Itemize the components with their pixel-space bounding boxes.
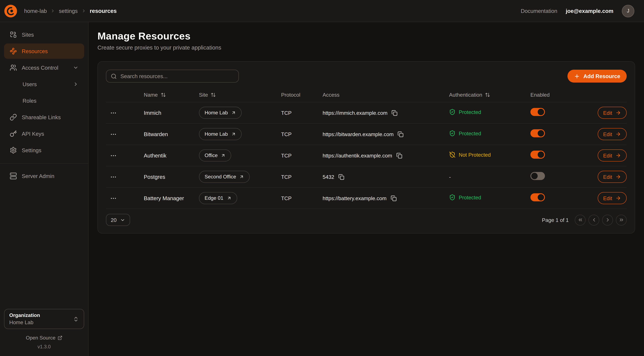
sidebar-item-resources[interactable]: Resources — [4, 44, 84, 59]
page-status: Page 1 of 1 — [542, 217, 569, 223]
site-link-button[interactable]: Office — [199, 150, 231, 162]
arrow-right-icon — [616, 131, 621, 137]
table-row: Authentik Office TCP https://authentik.e… — [106, 144, 627, 166]
sort-icon — [211, 92, 216, 97]
sidebar-item-users[interactable]: Users — [4, 76, 84, 92]
edit-button[interactable]: Edit — [598, 192, 627, 204]
copy-icon[interactable] — [396, 152, 402, 158]
user-email[interactable]: joe@example.com — [566, 8, 614, 14]
organization-selector[interactable]: Organization Home Lab — [4, 309, 84, 329]
access-cell: https://bitwarden.example.com — [322, 131, 449, 137]
copy-icon[interactable] — [338, 174, 344, 180]
row-menu-cell — [106, 107, 144, 118]
column-label: Authentication — [449, 92, 482, 98]
sidebar-item-label: Settings — [22, 147, 41, 153]
sidebar-item-label: Resources — [22, 48, 48, 54]
toggle-knob — [538, 194, 544, 200]
row-menu-cell — [106, 128, 144, 140]
sidebar-item-api-keys[interactable]: API Keys — [4, 126, 84, 141]
sidebar-item-server-admin[interactable]: Server Admin — [4, 168, 84, 184]
arrow-right-icon — [616, 174, 621, 180]
previous-page-button[interactable] — [588, 214, 599, 226]
copy-icon[interactable] — [390, 195, 396, 201]
edit-label: Edit — [603, 131, 612, 137]
ellipsis-icon — [110, 195, 117, 202]
header-site[interactable]: Site — [199, 92, 281, 98]
auth-cell: Protected — [449, 130, 530, 138]
breadcrumb-org[interactable]: home-lab — [24, 8, 47, 14]
edit-button[interactable]: Edit — [598, 128, 627, 140]
access-cell: https://immich.example.com — [322, 110, 449, 116]
site-badge-label: Home Lab — [204, 110, 228, 116]
chevrons-right-icon — [618, 217, 624, 223]
row-menu-button[interactable] — [108, 107, 119, 118]
page-subtitle: Create secure proxies to your private ap… — [98, 44, 635, 51]
open-source-link[interactable]: Open Source — [4, 335, 84, 341]
resource-name: Authentik — [144, 152, 199, 158]
sidebar-item-settings[interactable]: Settings — [4, 142, 84, 158]
edit-button[interactable]: Edit — [598, 150, 627, 162]
copy-icon[interactable] — [398, 131, 404, 137]
enabled-toggle[interactable] — [530, 193, 545, 201]
site-badge-label: Second Office — [204, 174, 236, 180]
toggle-knob — [538, 130, 544, 136]
site-cell: Home Lab — [199, 128, 281, 140]
edit-button[interactable]: Edit — [598, 171, 627, 183]
row-menu-button[interactable] — [108, 150, 119, 161]
toggle-knob — [538, 152, 544, 158]
avatar[interactable]: J — [622, 5, 634, 17]
add-resource-button[interactable]: Add Resource — [568, 70, 627, 82]
header-enabled: Enabled — [530, 92, 585, 98]
table-row: Battery Manager Edge 01 TCP https://batt… — [106, 187, 627, 208]
chevrons-up-down-icon — [73, 316, 79, 322]
table-body: Immich Home Lab TCP https://immich.examp… — [106, 102, 627, 209]
row-menu-button[interactable] — [108, 128, 119, 140]
row-menu-button[interactable] — [108, 192, 119, 204]
enabled-toggle[interactable] — [530, 108, 545, 116]
row-menu-cell — [106, 192, 144, 204]
last-page-button[interactable] — [616, 214, 627, 226]
sidebar-item-access-control[interactable]: Access Control — [4, 60, 84, 75]
chevron-right-icon — [50, 8, 55, 13]
ellipsis-icon — [110, 152, 117, 159]
enabled-cell — [530, 129, 585, 139]
access-value: https://bitwarden.example.com — [322, 131, 394, 137]
access-cell: https://battery.example.com — [322, 195, 449, 201]
documentation-link[interactable]: Documentation — [521, 8, 557, 14]
next-page-button[interactable] — [602, 214, 613, 226]
shield-off-icon — [449, 152, 456, 158]
search-input[interactable] — [120, 73, 234, 79]
edit-button[interactable]: Edit — [598, 107, 627, 119]
page-size-select[interactable]: 20 — [106, 214, 130, 226]
site-link-button[interactable]: Home Lab — [199, 128, 242, 140]
header-authentication[interactable]: Authentication — [449, 92, 530, 98]
site-link-button[interactable]: Home Lab — [199, 107, 242, 119]
sidebar-item-sites[interactable]: Sites — [4, 27, 84, 42]
auth-status: Protected — [449, 109, 481, 115]
enabled-toggle[interactable] — [530, 150, 545, 159]
copy-icon[interactable] — [392, 110, 398, 116]
site-link-button[interactable]: Second Office — [199, 171, 250, 183]
breadcrumb: home-lab settings resources — [24, 8, 117, 14]
site-badge-label: Edge 01 — [204, 195, 224, 201]
edit-cell: Edit — [598, 107, 627, 119]
enabled-toggle[interactable] — [530, 172, 545, 180]
site-link-button[interactable]: Edge 01 — [199, 192, 237, 204]
auth-cell: Protected — [449, 194, 530, 202]
header-name[interactable]: Name — [144, 92, 199, 98]
resource-name: Battery Manager — [144, 195, 199, 201]
organization-value: Home Lab — [9, 319, 73, 326]
row-menu-button[interactable] — [108, 171, 119, 182]
sidebar-item-label: Server Admin — [22, 173, 54, 179]
app-root: home-lab settings resources Documentatio… — [0, 0, 644, 356]
first-page-button[interactable] — [575, 214, 586, 226]
edit-label: Edit — [603, 195, 612, 201]
enabled-toggle[interactable] — [530, 129, 545, 137]
edit-cell: Edit — [598, 192, 627, 204]
edit-cell: Edit — [598, 128, 627, 140]
sidebar-item-shareable-links[interactable]: Shareable Links — [4, 110, 84, 125]
sidebar-item-roles[interactable]: Roles — [4, 93, 84, 108]
auth-label: Protected — [459, 130, 481, 136]
topbar: home-lab settings resources Documentatio… — [0, 0, 644, 22]
breadcrumb-section[interactable]: settings — [59, 8, 78, 14]
